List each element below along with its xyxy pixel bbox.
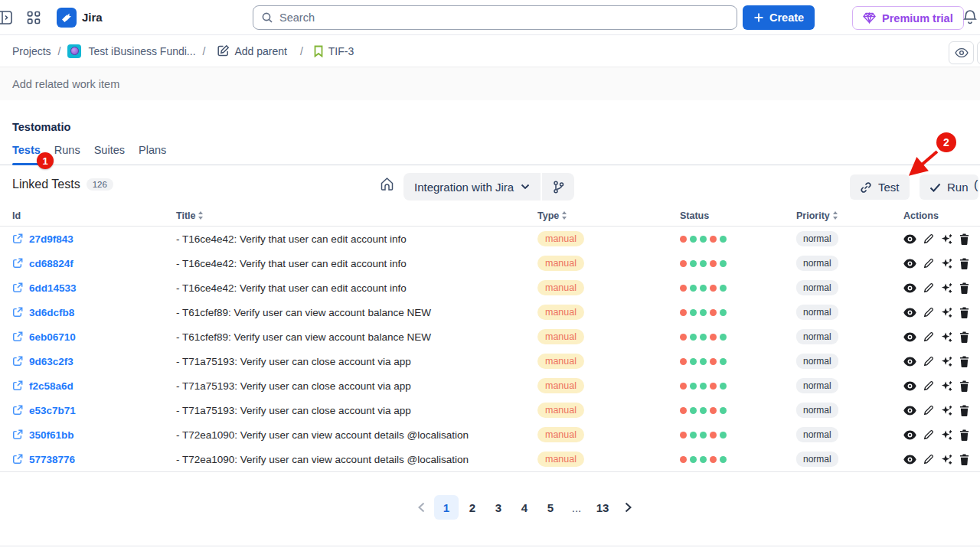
add-parent-button[interactable]: Add parent xyxy=(217,44,287,57)
type-badge: manual xyxy=(537,403,584,418)
watch-button[interactable] xyxy=(949,41,974,64)
edit-action-icon[interactable] xyxy=(923,282,934,293)
test-id-link[interactable]: cd68824f xyxy=(12,258,176,269)
view-action-icon[interactable] xyxy=(903,430,916,440)
ai-sparkles-action-icon[interactable] xyxy=(941,258,952,269)
test-id-link[interactable]: 27d9f843 xyxy=(12,233,176,245)
edit-action-icon[interactable] xyxy=(923,429,934,440)
table-row: cd68824f - T16ce4e42: Verify that user c… xyxy=(0,251,980,276)
pagination-prev[interactable] xyxy=(410,495,433,520)
delete-action-icon[interactable] xyxy=(959,258,969,269)
more-actions-button[interactable] xyxy=(977,41,980,64)
ai-sparkles-action-icon[interactable] xyxy=(941,405,952,416)
linked-tests-toolbar: Linked Tests 126 Integration with Jira T… xyxy=(0,165,980,208)
header-id[interactable]: Id xyxy=(12,210,176,221)
test-id-link[interactable]: 57738776 xyxy=(12,454,176,465)
test-id-link[interactable]: 9d63c2f3 xyxy=(12,356,176,367)
tab-suites[interactable]: Suites xyxy=(94,144,125,165)
edit-action-icon[interactable] xyxy=(923,258,934,269)
notifications-bell-icon[interactable] xyxy=(962,8,978,25)
project-avatar[interactable] xyxy=(67,44,81,58)
view-action-icon[interactable] xyxy=(903,332,916,342)
row-actions xyxy=(903,233,980,245)
delete-action-icon[interactable] xyxy=(959,429,969,441)
pagination-page-2[interactable]: 2 xyxy=(460,495,485,520)
delete-action-icon[interactable] xyxy=(959,233,969,245)
tab-plans[interactable]: Plans xyxy=(139,144,166,165)
priority-badge: normal xyxy=(796,403,838,418)
branch-dropdown[interactable]: Integration with Jira xyxy=(403,173,541,201)
view-action-icon[interactable] xyxy=(903,357,916,367)
priority-cell: normal xyxy=(796,231,903,246)
view-action-icon[interactable] xyxy=(903,259,916,269)
edit-action-icon[interactable] xyxy=(923,233,934,244)
ai-sparkles-action-icon[interactable] xyxy=(941,429,952,441)
view-action-icon[interactable] xyxy=(903,308,916,318)
ai-sparkles-action-icon[interactable] xyxy=(941,380,952,392)
ai-sparkles-action-icon[interactable] xyxy=(941,233,952,245)
view-action-icon[interactable] xyxy=(903,234,916,244)
ai-sparkles-action-icon[interactable] xyxy=(941,454,952,465)
pagination-page-5[interactable]: 5 xyxy=(538,495,563,520)
sidebar-toggle-icon[interactable] xyxy=(0,9,13,26)
add-related-work-item[interactable]: Add related work item xyxy=(0,67,980,100)
ai-sparkles-action-icon[interactable] xyxy=(941,331,952,343)
breadcrumb-project-name[interactable]: Test iBusiness Fundi... xyxy=(88,45,195,57)
pagination-next[interactable] xyxy=(616,495,639,520)
view-action-icon[interactable] xyxy=(903,283,916,293)
test-id-link[interactable]: 6eb06710 xyxy=(12,331,176,343)
pagination-page-4[interactable]: 4 xyxy=(512,495,537,520)
view-action-icon[interactable] xyxy=(903,455,916,465)
tab-runs[interactable]: Runs xyxy=(54,144,80,165)
edit-action-icon[interactable] xyxy=(923,356,934,367)
ai-sparkles-action-icon[interactable] xyxy=(941,307,952,318)
test-id-link[interactable]: 350f61bb xyxy=(12,429,176,441)
header-priority[interactable]: Priority xyxy=(796,210,903,221)
ai-sparkles-action-icon[interactable] xyxy=(941,356,952,367)
delete-action-icon[interactable] xyxy=(959,331,969,343)
pagination-page-1[interactable]: 1 xyxy=(434,495,459,520)
delete-action-icon[interactable] xyxy=(959,307,969,318)
pagination: 12345...13 xyxy=(34,495,980,520)
test-id-link[interactable]: 6dd14533 xyxy=(12,282,176,294)
test-id-link[interactable]: e53c7b71 xyxy=(12,405,176,416)
edit-action-icon[interactable] xyxy=(923,405,934,416)
pagination-page-3[interactable]: 3 xyxy=(486,495,511,520)
home-icon[interactable] xyxy=(380,177,394,191)
header-type[interactable]: Type xyxy=(537,210,680,221)
external-link-icon xyxy=(12,258,23,269)
delete-action-icon[interactable] xyxy=(959,380,969,392)
delete-action-icon[interactable] xyxy=(959,356,969,367)
pagination-page-13[interactable]: 13 xyxy=(590,495,615,520)
type-badge: manual xyxy=(537,305,584,320)
status-dot xyxy=(690,260,697,267)
row-id-text: 9d63c2f3 xyxy=(29,356,74,367)
edit-action-icon[interactable] xyxy=(923,454,934,465)
status-dot xyxy=(680,236,687,243)
git-branch-button[interactable] xyxy=(542,173,574,201)
header-title[interactable]: Title xyxy=(176,210,537,221)
view-action-icon[interactable] xyxy=(903,406,916,416)
delete-action-icon[interactable] xyxy=(959,282,969,294)
app-switcher-icon[interactable] xyxy=(26,10,41,25)
test-id-link[interactable]: f2c58a6d xyxy=(12,380,176,392)
delete-action-icon[interactable] xyxy=(959,454,969,465)
view-action-icon[interactable] xyxy=(903,381,916,391)
status-dot xyxy=(690,236,697,243)
external-link-icon xyxy=(12,282,23,293)
edit-action-icon[interactable] xyxy=(923,331,934,342)
ai-sparkles-action-icon[interactable] xyxy=(941,282,952,294)
test-id-link[interactable]: 3d6dcfb8 xyxy=(12,307,176,318)
status-dots xyxy=(680,383,796,390)
create-button[interactable]: Create xyxy=(743,5,815,30)
breadcrumb-issue[interactable]: TIF-3 xyxy=(313,45,354,57)
jira-logo-icon[interactable] xyxy=(57,8,77,28)
priority-badge: normal xyxy=(796,256,838,271)
search-input[interactable] xyxy=(279,11,729,24)
breadcrumb-projects[interactable]: Projects xyxy=(12,45,51,57)
delete-action-icon[interactable] xyxy=(959,405,969,416)
premium-trial-button[interactable]: Premium trial xyxy=(852,6,964,30)
global-search[interactable] xyxy=(253,5,737,30)
edit-action-icon[interactable] xyxy=(923,307,934,318)
edit-action-icon[interactable] xyxy=(923,380,934,391)
